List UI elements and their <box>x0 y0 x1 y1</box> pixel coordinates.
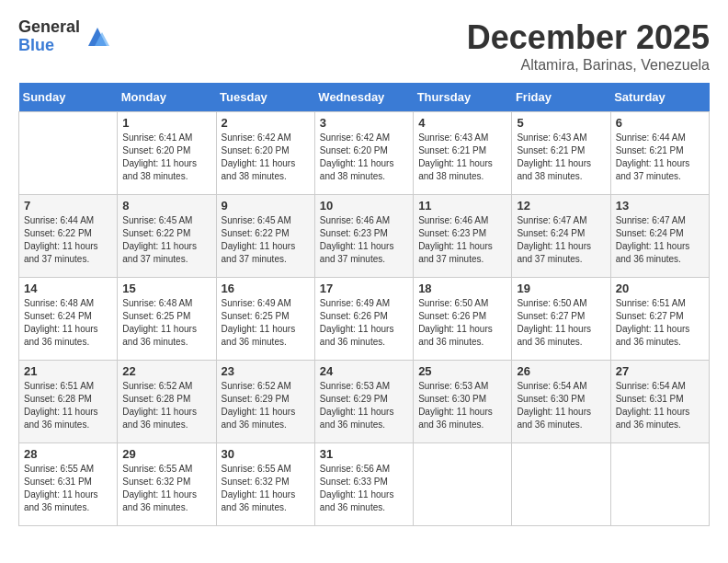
calendar-cell: 21 Sunrise: 6:51 AMSunset: 6:28 PMDaylig… <box>19 361 118 443</box>
day-info: Sunrise: 6:54 AMSunset: 6:31 PMDaylight:… <box>616 380 704 431</box>
calendar-week-4: 21 Sunrise: 6:51 AMSunset: 6:28 PMDaylig… <box>19 361 710 443</box>
day-number: 25 <box>418 364 506 378</box>
calendar-cell: 6 Sunrise: 6:44 AMSunset: 6:21 PMDayligh… <box>610 112 709 195</box>
day-number: 14 <box>24 282 112 295</box>
calendar-cell <box>512 443 610 526</box>
day-header-sunday: Sunday <box>19 83 118 112</box>
day-info: Sunrise: 6:53 AMSunset: 6:30 PMDaylight:… <box>418 380 506 431</box>
day-number: 10 <box>320 199 408 213</box>
day-number: 17 <box>320 282 408 295</box>
calendar-cell: 1 Sunrise: 6:41 AMSunset: 6:20 PMDayligh… <box>118 112 216 195</box>
day-number: 8 <box>122 199 210 213</box>
day-info: Sunrise: 6:55 AMSunset: 6:32 PMDaylight:… <box>122 463 210 514</box>
day-info: Sunrise: 6:43 AMSunset: 6:21 PMDaylight:… <box>517 132 605 183</box>
day-number: 28 <box>24 447 112 461</box>
day-info: Sunrise: 6:54 AMSunset: 6:30 PMDaylight:… <box>517 380 605 431</box>
calendar-week-1: 1 Sunrise: 6:41 AMSunset: 6:20 PMDayligh… <box>19 112 710 195</box>
day-number: 1 <box>122 116 210 130</box>
day-info: Sunrise: 6:55 AMSunset: 6:32 PMDaylight:… <box>222 463 310 514</box>
day-number: 31 <box>320 447 408 461</box>
day-info: Sunrise: 6:50 AMSunset: 6:26 PMDaylight:… <box>418 297 506 349</box>
calendar-cell: 8 Sunrise: 6:45 AMSunset: 6:22 PMDayligh… <box>118 195 216 278</box>
day-info: Sunrise: 6:53 AMSunset: 6:29 PMDaylight:… <box>320 380 408 431</box>
calendar-cell: 16 Sunrise: 6:49 AMSunset: 6:25 PMDaylig… <box>216 278 314 361</box>
calendar-cell <box>610 443 709 526</box>
calendar-cell: 15 Sunrise: 6:48 AMSunset: 6:25 PMDaylig… <box>118 278 216 361</box>
day-info: Sunrise: 6:48 AMSunset: 6:24 PMDaylight:… <box>24 297 112 349</box>
calendar-cell: 19 Sunrise: 6:50 AMSunset: 6:27 PMDaylig… <box>512 278 610 361</box>
calendar-cell: 11 Sunrise: 6:46 AMSunset: 6:23 PMDaylig… <box>414 195 512 278</box>
day-number: 27 <box>616 364 704 378</box>
day-header-friday: Friday <box>512 83 610 112</box>
day-number: 20 <box>616 282 704 295</box>
day-number: 9 <box>222 199 310 213</box>
day-number: 18 <box>418 282 506 295</box>
day-number: 15 <box>122 282 210 295</box>
day-number: 13 <box>616 199 704 213</box>
day-number: 16 <box>222 282 310 295</box>
day-info: Sunrise: 6:55 AMSunset: 6:31 PMDaylight:… <box>24 463 112 514</box>
calendar-cell: 3 Sunrise: 6:42 AMSunset: 6:20 PMDayligh… <box>314 112 413 195</box>
calendar-cell: 28 Sunrise: 6:55 AMSunset: 6:31 PMDaylig… <box>19 443 118 526</box>
day-number: 26 <box>517 364 605 378</box>
day-number: 7 <box>24 199 112 213</box>
day-info: Sunrise: 6:46 AMSunset: 6:23 PMDaylight:… <box>418 214 506 266</box>
day-info: Sunrise: 6:47 AMSunset: 6:24 PMDaylight:… <box>616 214 704 266</box>
day-info: Sunrise: 6:52 AMSunset: 6:28 PMDaylight:… <box>122 380 210 431</box>
calendar-cell: 14 Sunrise: 6:48 AMSunset: 6:24 PMDaylig… <box>19 278 118 361</box>
calendar-cell <box>19 112 118 195</box>
day-info: Sunrise: 6:45 AMSunset: 6:22 PMDaylight:… <box>222 214 310 266</box>
day-number: 12 <box>517 199 605 213</box>
calendar-table: SundayMondayTuesdayWednesdayThursdayFrid… <box>18 83 710 526</box>
day-info: Sunrise: 6:44 AMSunset: 6:21 PMDaylight:… <box>616 132 704 183</box>
day-number: 4 <box>418 116 506 130</box>
day-number: 3 <box>320 116 408 130</box>
calendar-cell: 22 Sunrise: 6:52 AMSunset: 6:28 PMDaylig… <box>118 361 216 443</box>
day-info: Sunrise: 6:42 AMSunset: 6:20 PMDaylight:… <box>320 132 408 183</box>
day-info: Sunrise: 6:48 AMSunset: 6:25 PMDaylight:… <box>122 297 210 349</box>
logo-general-text: General <box>18 18 80 37</box>
day-info: Sunrise: 6:50 AMSunset: 6:27 PMDaylight:… <box>517 297 605 349</box>
location: Altamira, Barinas, Venezuela <box>467 57 710 74</box>
day-info: Sunrise: 6:49 AMSunset: 6:25 PMDaylight:… <box>222 297 310 349</box>
calendar-cell: 9 Sunrise: 6:45 AMSunset: 6:22 PMDayligh… <box>216 195 314 278</box>
day-info: Sunrise: 6:45 AMSunset: 6:22 PMDaylight:… <box>122 214 210 266</box>
day-info: Sunrise: 6:52 AMSunset: 6:29 PMDaylight:… <box>222 380 310 431</box>
calendar-cell: 31 Sunrise: 6:56 AMSunset: 6:33 PMDaylig… <box>314 443 413 526</box>
calendar-cell: 4 Sunrise: 6:43 AMSunset: 6:21 PMDayligh… <box>414 112 512 195</box>
logo-blue-text: Blue <box>18 37 80 55</box>
calendar-cell: 2 Sunrise: 6:42 AMSunset: 6:20 PMDayligh… <box>216 112 314 195</box>
day-info: Sunrise: 6:46 AMSunset: 6:23 PMDaylight:… <box>320 214 408 266</box>
page-header: General Blue December 2025 Altamira, Bar… <box>18 18 710 74</box>
day-number: 22 <box>122 364 210 378</box>
day-info: Sunrise: 6:51 AMSunset: 6:28 PMDaylight:… <box>24 380 112 431</box>
calendar-cell: 10 Sunrise: 6:46 AMSunset: 6:23 PMDaylig… <box>314 195 413 278</box>
day-number: 11 <box>418 199 506 213</box>
header-row: SundayMondayTuesdayWednesdayThursdayFrid… <box>19 83 710 112</box>
calendar-cell: 26 Sunrise: 6:54 AMSunset: 6:30 PMDaylig… <box>512 361 610 443</box>
day-header-tuesday: Tuesday <box>216 83 314 112</box>
title-section: December 2025 Altamira, Barinas, Venezue… <box>467 18 710 74</box>
calendar-cell: 13 Sunrise: 6:47 AMSunset: 6:24 PMDaylig… <box>610 195 709 278</box>
day-info: Sunrise: 6:42 AMSunset: 6:20 PMDaylight:… <box>222 132 310 183</box>
day-number: 6 <box>616 116 704 130</box>
day-header-monday: Monday <box>118 83 216 112</box>
calendar-cell: 29 Sunrise: 6:55 AMSunset: 6:32 PMDaylig… <box>118 443 216 526</box>
day-header-wednesday: Wednesday <box>314 83 413 112</box>
day-info: Sunrise: 6:47 AMSunset: 6:24 PMDaylight:… <box>517 214 605 266</box>
calendar-week-5: 28 Sunrise: 6:55 AMSunset: 6:31 PMDaylig… <box>19 443 710 526</box>
calendar-cell: 24 Sunrise: 6:53 AMSunset: 6:29 PMDaylig… <box>314 361 413 443</box>
calendar-cell: 20 Sunrise: 6:51 AMSunset: 6:27 PMDaylig… <box>610 278 709 361</box>
day-number: 21 <box>24 364 112 378</box>
day-header-thursday: Thursday <box>414 83 512 112</box>
calendar-cell: 18 Sunrise: 6:50 AMSunset: 6:26 PMDaylig… <box>414 278 512 361</box>
calendar-cell: 12 Sunrise: 6:47 AMSunset: 6:24 PMDaylig… <box>512 195 610 278</box>
calendar-cell: 30 Sunrise: 6:55 AMSunset: 6:32 PMDaylig… <box>216 443 314 526</box>
day-info: Sunrise: 6:51 AMSunset: 6:27 PMDaylight:… <box>616 297 704 349</box>
calendar-cell: 5 Sunrise: 6:43 AMSunset: 6:21 PMDayligh… <box>512 112 610 195</box>
calendar-week-2: 7 Sunrise: 6:44 AMSunset: 6:22 PMDayligh… <box>19 195 710 278</box>
day-number: 5 <box>517 116 605 130</box>
day-number: 24 <box>320 364 408 378</box>
day-info: Sunrise: 6:41 AMSunset: 6:20 PMDaylight:… <box>122 132 210 183</box>
calendar-week-3: 14 Sunrise: 6:48 AMSunset: 6:24 PMDaylig… <box>19 278 710 361</box>
